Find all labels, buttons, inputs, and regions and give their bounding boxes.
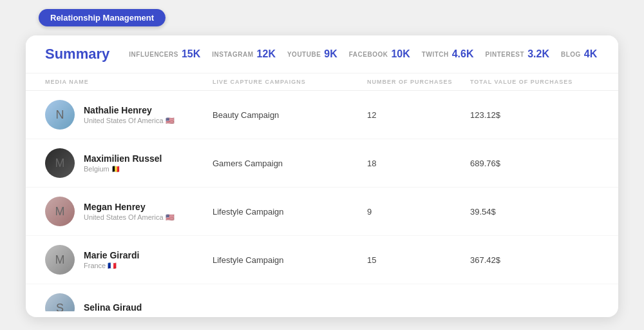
table-row[interactable]: MMarie GirardiFrance 🇫🇷Lifestyle Campaig… bbox=[26, 236, 618, 284]
col-header-name: MEDIA NAME bbox=[45, 79, 213, 85]
stat-group-6: BLOG4K bbox=[561, 48, 597, 60]
person-name: Selina Giraud bbox=[84, 302, 142, 311]
stat-label-2: YOUTUBE bbox=[287, 51, 321, 58]
app-container: Relationship Management Summary INFLUENC… bbox=[0, 0, 644, 330]
stat-value-5: 3.2K bbox=[527, 48, 549, 60]
person-cell: SSelina Giraud bbox=[45, 293, 213, 311]
person-info: Maximilien RusselBelgium 🇧🇪 bbox=[84, 153, 162, 173]
purchases-cell: 18 bbox=[367, 159, 470, 168]
person-cell: NNathalie HenreyUnited States Of America… bbox=[45, 100, 213, 130]
campaign-cell: Gamers Campaign bbox=[213, 159, 367, 168]
person-country: France 🇫🇷 bbox=[84, 262, 139, 270]
purchases-cell: 9 bbox=[367, 207, 470, 217]
avatar: M bbox=[45, 245, 75, 275]
person-country: United States Of America 🇺🇸 bbox=[84, 213, 175, 222]
col-header-campaign: LIVE CAPTURE CAMPAIGNS bbox=[213, 79, 367, 85]
col-header-purchases: NUMBER OF PURCHASES bbox=[367, 79, 470, 85]
person-info: Selina Giraud bbox=[84, 302, 142, 311]
campaign-cell: Beauty Campaign bbox=[213, 110, 367, 120]
stat-label-5: PINTEREST bbox=[486, 51, 525, 58]
avatar: S bbox=[45, 293, 75, 311]
person-country: Belgium 🇧🇪 bbox=[84, 165, 162, 173]
stat-label-1: INSTAGRAM bbox=[212, 51, 253, 58]
table-row[interactable]: MMegan HenreyUnited States Of America 🇺🇸… bbox=[26, 188, 618, 236]
relationship-management-tab[interactable]: Relationship Management bbox=[39, 9, 166, 26]
person-info: Marie GirardiFrance 🇫🇷 bbox=[84, 250, 139, 270]
main-card: Summary INFLUENCERS15KINSTAGRAM12KYOUTUB… bbox=[26, 35, 618, 317]
person-info: Megan HenreyUnited States Of America 🇺🇸 bbox=[84, 202, 175, 222]
person-name: Megan Henrey bbox=[84, 202, 175, 212]
value-cell: 367.42$ bbox=[470, 255, 599, 265]
col-header-value: TOTAL VALUE OF PURCHASES bbox=[470, 79, 599, 85]
tab-label: Relationship Management bbox=[50, 13, 154, 23]
stat-group-0: INFLUENCERS15K bbox=[129, 48, 200, 60]
stat-group-1: INSTAGRAM12K bbox=[212, 48, 276, 60]
table-body: NNathalie HenreyUnited States Of America… bbox=[26, 91, 618, 311]
value-cell: 123.12$ bbox=[470, 110, 599, 120]
avatar: M bbox=[45, 197, 75, 226]
person-country: United States Of America 🇺🇸 bbox=[84, 117, 175, 125]
campaign-cell: Lifestyle Campaign bbox=[213, 255, 367, 265]
stat-label-0: INFLUENCERS bbox=[129, 51, 178, 58]
purchases-cell: 12 bbox=[367, 110, 470, 120]
stat-label-4: TWITCH bbox=[422, 51, 449, 58]
table-row[interactable]: MMaximilien RusselBelgium 🇧🇪Gamers Campa… bbox=[26, 139, 618, 188]
summary-title: Summary bbox=[45, 46, 109, 63]
person-name: Maximilien Russel bbox=[84, 153, 162, 164]
avatar: M bbox=[45, 148, 75, 178]
table-row[interactable]: SSelina Giraud bbox=[26, 284, 618, 311]
table-container: MEDIA NAME LIVE CAPTURE CAMPAIGNS NUMBER… bbox=[26, 73, 618, 311]
person-name: Nathalie Henrey bbox=[84, 105, 175, 115]
stats-container: INFLUENCERS15KINSTAGRAM12KYOUTUBE9KFACEB… bbox=[129, 48, 597, 60]
value-cell: 39.54$ bbox=[470, 207, 599, 217]
stat-group-4: TWITCH4.6K bbox=[422, 48, 474, 60]
stat-value-6: 4K bbox=[584, 48, 597, 60]
value-cell: 689.76$ bbox=[470, 159, 599, 168]
stat-group-5: PINTEREST3.2K bbox=[486, 48, 549, 60]
table-row[interactable]: NNathalie HenreyUnited States Of America… bbox=[26, 91, 618, 139]
person-cell: MMegan HenreyUnited States Of America 🇺🇸 bbox=[45, 197, 213, 226]
person-cell: MMarie GirardiFrance 🇫🇷 bbox=[45, 245, 213, 275]
stat-group-2: YOUTUBE9K bbox=[287, 48, 337, 60]
stat-value-4: 4.6K bbox=[452, 48, 474, 60]
stat-value-0: 15K bbox=[182, 48, 200, 60]
summary-bar: Summary INFLUENCERS15KINSTAGRAM12KYOUTUB… bbox=[26, 35, 618, 73]
stat-value-3: 10K bbox=[391, 48, 410, 60]
stat-value-1: 12K bbox=[257, 48, 276, 60]
stat-value-2: 9K bbox=[324, 48, 337, 60]
avatar: N bbox=[45, 100, 75, 130]
person-info: Nathalie HenreyUnited States Of America … bbox=[84, 105, 175, 125]
table-header: MEDIA NAME LIVE CAPTURE CAMPAIGNS NUMBER… bbox=[26, 73, 618, 91]
stat-label-6: BLOG bbox=[561, 51, 581, 58]
stat-group-3: FACEBOOK10K bbox=[349, 48, 410, 60]
person-cell: MMaximilien RusselBelgium 🇧🇪 bbox=[45, 148, 213, 178]
stat-label-3: FACEBOOK bbox=[349, 51, 388, 58]
person-name: Marie Girardi bbox=[84, 250, 139, 260]
purchases-cell: 15 bbox=[367, 255, 470, 265]
campaign-cell: Lifestyle Campaign bbox=[213, 207, 367, 217]
